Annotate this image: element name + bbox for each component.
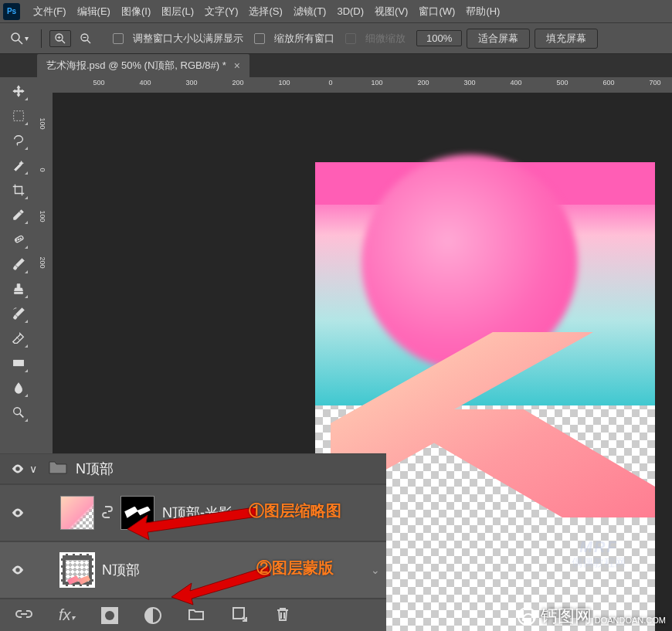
chevron-down-icon[interactable]: ⌄ xyxy=(371,564,380,576)
ruler-tick: 0 xyxy=(328,79,332,87)
options-bar: ▾ 调整窗口大小以满屏显示 缩放所有窗口 细微缩放 100% 适合屏幕 填充屏幕 xyxy=(0,23,672,54)
ruler-corner xyxy=(37,77,53,93)
ruler-tick: 600 xyxy=(602,79,614,87)
menu-filter[interactable]: 滤镜(T) xyxy=(288,5,332,19)
svg-line-17 xyxy=(20,414,24,418)
ps-logo: Ps xyxy=(3,3,20,20)
zoom-in-button[interactable] xyxy=(49,30,71,47)
annotation-text-2: ②图层蒙版 xyxy=(256,558,334,578)
menu-select[interactable]: 选择(S) xyxy=(243,5,287,19)
history-brush-tool[interactable] xyxy=(8,303,29,324)
gradient-tool[interactable] xyxy=(8,352,29,374)
ruler-tick: 400 xyxy=(510,79,521,87)
svg-point-11 xyxy=(15,239,17,241)
ruler-tick: 200 xyxy=(417,79,429,87)
svg-point-16 xyxy=(14,408,21,415)
add-mask-icon[interactable] xyxy=(101,607,118,624)
visibility-toggle[interactable] xyxy=(6,563,29,577)
annotation-text-1: ①图层缩略图 xyxy=(249,500,341,521)
watermark-1: MRF 偶偶教程网 xyxy=(572,538,626,569)
layer-mask-thumbnail[interactable] xyxy=(120,496,154,530)
zoom-out-button[interactable] xyxy=(76,32,96,46)
resize-window-label: 调整窗口大小以满屏显示 xyxy=(133,32,249,46)
folder-icon xyxy=(48,459,68,479)
svg-line-7 xyxy=(87,40,90,43)
close-tab-icon[interactable]: × xyxy=(234,59,240,72)
eraser-tool[interactable] xyxy=(8,327,29,349)
stamp-tool[interactable] xyxy=(8,278,29,300)
layer-thumbnail[interactable] xyxy=(60,496,94,530)
ruler-horizontal[interactable]: 500 400 300 200 100 0 100 200 300 400 50… xyxy=(53,77,672,93)
scrubby-label: 细微缩放 xyxy=(365,32,412,46)
link-layers-icon[interactable] xyxy=(15,606,32,626)
brush-tool[interactable] xyxy=(8,253,29,275)
move-tool[interactable] xyxy=(8,80,29,102)
zoom-all-checkbox[interactable] xyxy=(254,33,265,44)
scrubby-checkbox xyxy=(345,33,356,44)
ruler-tick: 200 xyxy=(39,256,46,268)
layer-group-name[interactable]: N顶部 xyxy=(76,460,114,478)
wand-tool[interactable] xyxy=(8,154,29,176)
layer-thumbnail-selected[interactable] xyxy=(60,553,94,587)
resize-window-checkbox[interactable] xyxy=(113,33,124,44)
document-tab-bar: 艺术海报.psd @ 50% (N顶部, RGB/8#) * × xyxy=(0,54,672,77)
layer-group-row[interactable]: ∨ N顶部 xyxy=(0,453,386,484)
ruler-tick: 200 xyxy=(232,79,243,87)
svg-rect-9 xyxy=(14,111,24,121)
svg-point-13 xyxy=(20,238,22,239)
watermark-logo-icon xyxy=(518,607,536,626)
visibility-toggle[interactable] xyxy=(6,506,29,520)
blur-tool[interactable] xyxy=(8,377,29,399)
ruler-tick: 100 xyxy=(371,79,382,87)
new-group-icon[interactable] xyxy=(188,606,205,626)
delete-layer-icon[interactable] xyxy=(274,606,291,626)
ruler-tick: 300 xyxy=(185,79,197,87)
layers-panel-footer: fx▾ xyxy=(0,599,386,631)
group-collapse-icon[interactable]: ∨ xyxy=(29,463,37,475)
document-tab[interactable]: 艺术海报.psd @ 50% (N顶部, RGB/8#) * × xyxy=(37,54,249,77)
svg-point-0 xyxy=(12,33,19,41)
menu-view[interactable]: 视图(V) xyxy=(369,5,413,19)
watermark-2: 钙图网 DOANDOAN.COM xyxy=(518,605,666,628)
fit-screen-button[interactable]: 适合屏幕 xyxy=(467,29,530,49)
menu-window[interactable]: 窗口(W) xyxy=(413,5,460,19)
ruler-tick: 0 xyxy=(39,168,46,171)
crop-tool[interactable] xyxy=(8,179,29,201)
svg-line-3 xyxy=(62,40,65,43)
menu-image[interactable]: 图像(I) xyxy=(116,5,156,19)
layer-style-icon[interactable]: fx▾ xyxy=(59,606,75,624)
menu-layer[interactable]: 图层(L) xyxy=(156,5,199,19)
ruler-tick: 100 xyxy=(39,117,46,129)
heal-tool[interactable] xyxy=(8,229,29,250)
new-layer-icon[interactable] xyxy=(231,606,248,626)
adjustment-layer-icon[interactable] xyxy=(144,607,161,624)
layer-name[interactable]: N顶部 xyxy=(102,561,140,579)
menu-file[interactable]: 文件(F) xyxy=(28,5,72,19)
ruler-tick: 500 xyxy=(556,79,568,87)
menu-help[interactable]: 帮助(H) xyxy=(460,5,505,19)
toolbox xyxy=(0,77,37,426)
zoom-all-label: 缩放所有窗口 xyxy=(274,32,341,46)
zoom-value[interactable]: 100% xyxy=(416,30,462,46)
zoom-tool-preset[interactable]: ▾ xyxy=(6,31,33,46)
layer-name[interactable]: N顶部-光影 xyxy=(162,504,232,522)
link-icon[interactable] xyxy=(102,505,113,521)
menu-edit[interactable]: 编辑(E) xyxy=(72,5,116,19)
ruler-tick: 400 xyxy=(139,79,151,87)
marquee-tool[interactable] xyxy=(8,105,29,127)
ruler-tick: 500 xyxy=(93,79,104,87)
visibility-toggle[interactable] xyxy=(6,462,29,476)
ruler-tick: 700 xyxy=(649,79,660,87)
fill-screen-button[interactable]: 填充屏幕 xyxy=(535,29,598,49)
ruler-tick: 100 xyxy=(39,210,46,222)
dodge-tool[interactable] xyxy=(8,402,29,423)
eyedropper-tool[interactable] xyxy=(8,204,29,226)
ruler-tick: 300 xyxy=(463,79,475,87)
svg-line-1 xyxy=(19,40,22,44)
ruler-tick: 100 xyxy=(278,79,290,87)
lasso-tool[interactable] xyxy=(8,130,29,151)
svg-rect-14 xyxy=(14,360,24,365)
menu-3d[interactable]: 3D(D) xyxy=(331,5,369,17)
menu-bar: Ps 文件(F) 编辑(E) 图像(I) 图层(L) 文字(Y) 选择(S) 滤… xyxy=(0,0,672,23)
menu-type[interactable]: 文字(Y) xyxy=(199,5,243,19)
